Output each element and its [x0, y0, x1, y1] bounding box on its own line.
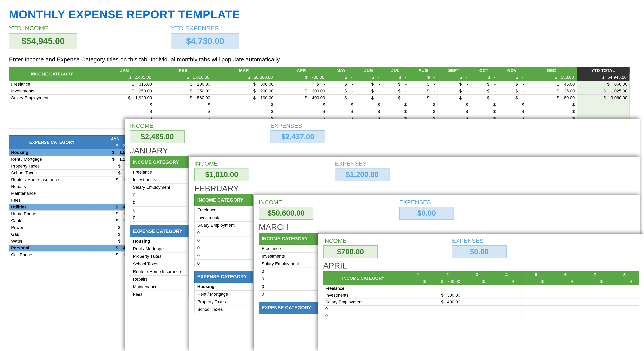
feb-income-value: $1,010.00 — [194, 168, 249, 181]
table-row[interactable]: Salary Employment$ 400.00 — [323, 299, 639, 306]
table-row[interactable]: Personal$ 425.0 — [9, 245, 136, 252]
table-row[interactable]: Gas$ 80.0 — [9, 231, 136, 238]
list-item[interactable]: Repairs — [130, 276, 188, 283]
table-row[interactable]: Freelance — [323, 285, 639, 292]
table-row[interactable]: Cell Phone$ 150.0 — [9, 252, 136, 258]
ytd-expense-value: $4,730.00 — [171, 33, 239, 49]
list-item[interactable]: 0 — [259, 275, 319, 283]
feb-expense-value: $1,200.00 — [335, 168, 390, 181]
table-row[interactable]: 0 — [323, 312, 639, 319]
table-row[interactable]: Property Taxes$ 90.0 — [9, 163, 136, 170]
mar-income-category-header: INCOME CATEGORY — [259, 233, 319, 245]
list-item[interactable]: Investments — [259, 253, 319, 260]
apr-income-label: INCOME — [323, 238, 378, 244]
list-item[interactable]: Salary Employment — [130, 184, 188, 191]
table-row[interactable]: Investments$ 250.00$ 250.00$ 200.00$ 300… — [9, 88, 630, 95]
jan-income-label: INCOME — [130, 122, 184, 129]
table-row[interactable]: Rent / Mortgage$ 1,200.0 — [9, 156, 136, 163]
list-item[interactable]: 0 — [130, 207, 188, 214]
list-item[interactable]: Maintenance — [130, 283, 188, 291]
table-row[interactable]: Housing$ 1,500.0 — [9, 149, 136, 156]
list-item[interactable]: 0 — [194, 237, 253, 244]
list-item[interactable]: Salary Employment — [194, 222, 253, 229]
ytd-total-header: YTD TOTAL — [577, 67, 630, 74]
expense-table[interactable]: EXPENSE CATEGORY JAN $ 2,437 Housing$ 1,… — [9, 135, 136, 258]
table-row[interactable]: Freelance$ 315.00$ 200.00$ 300.00$ -$ -$… — [9, 81, 630, 88]
list-item[interactable]: 0 — [130, 191, 188, 199]
list-item[interactable]: School Taxes — [130, 260, 188, 268]
list-item[interactable]: 0 — [130, 199, 188, 207]
ytd-kpis: YTD INCOME $54,945.00 YTD EXPENSES $4,73… — [9, 25, 632, 49]
jan-expense-value: $2,437.00 — [270, 130, 325, 143]
feb-expense-label: EXPENSES — [335, 160, 390, 167]
apr-income-category-header: INCOME CATEGORY — [323, 272, 404, 285]
mar-expense-value: $0.00 — [399, 207, 454, 220]
list-item[interactable]: Salary Employment — [259, 260, 319, 268]
list-item[interactable]: Housing — [194, 283, 253, 291]
list-item[interactable]: Renter / Home Insurance — [130, 268, 188, 276]
list-item[interactable]: Investments — [194, 214, 253, 222]
table-row[interactable]: 0 — [323, 306, 639, 312]
table-row[interactable]: Cable$ 145.0 — [9, 217, 136, 224]
list-item[interactable]: 0 — [194, 244, 253, 252]
list-item[interactable]: Fees — [130, 291, 188, 298]
jan-expense-category-header: EXPENSE CATEGORY — [130, 225, 188, 237]
table-row[interactable]: Power$ 65.0 — [9, 224, 136, 231]
list-item[interactable]: 0 — [194, 260, 253, 267]
apr-expense-value: $0.00 — [452, 245, 506, 258]
table-row[interactable]: Renter / Home Insurance$ 120.0 — [9, 176, 136, 183]
feb-expense-category-header: EXPENSE CATEGORY — [194, 271, 253, 283]
table-row[interactable]: $$$$$$$$$$$$ — [9, 101, 630, 108]
table-row[interactable]: Home Phone$ 120.0 — [9, 211, 136, 217]
list-item[interactable]: Freelance — [259, 245, 319, 253]
list-item[interactable]: 0 — [259, 268, 319, 275]
ytd-income-label: YTD INCOME — [9, 25, 77, 32]
jan-income-value: $2,485.00 — [130, 130, 184, 143]
list-item[interactable]: Housing — [130, 237, 188, 245]
list-item[interactable]: Freelance — [194, 206, 253, 214]
list-item[interactable]: 0 — [194, 252, 253, 260]
expense-category-header: EXPENSE CATEGORY — [9, 135, 95, 149]
table-row[interactable]: Water$ 45.0 — [9, 238, 136, 245]
list-item[interactable]: 0 — [259, 291, 319, 298]
page-title: MONTHLY EXPENSE REPORT TEMPLATE — [9, 8, 632, 21]
table-row[interactable]: Fees$ — [9, 197, 136, 204]
apr-month-name: APRIL — [323, 261, 639, 271]
table-row[interactable]: Maintenance$ — [9, 190, 136, 197]
instruction-text: Enter Income and Expense Category titles… — [9, 56, 632, 63]
table-row[interactable]: Utilities$ 487.0 — [9, 204, 136, 211]
list-item[interactable]: Freelance — [130, 168, 188, 176]
apr-expense-label: EXPENSES — [452, 238, 506, 244]
list-item[interactable]: Rent / Mortgage — [194, 291, 253, 298]
mar-income-value: $50,600.00 — [259, 207, 314, 220]
list-item[interactable]: 0 — [194, 229, 253, 237]
feb-income-category-header: INCOME CATEGORY — [194, 194, 253, 206]
feb-income-label: INCOME — [194, 160, 249, 167]
list-item[interactable]: Investments — [130, 176, 188, 184]
mar-income-label: INCOME — [259, 199, 314, 206]
list-item[interactable]: 0 — [130, 214, 188, 222]
apr-income-value: $700.00 — [323, 245, 378, 258]
table-row[interactable]: Salary Employment$ 1,920.00$ 560.00$ 100… — [9, 95, 630, 101]
mar-expense-label: EXPENSES — [399, 199, 454, 206]
list-item[interactable]: Rent / Mortgage — [130, 245, 188, 253]
table-row[interactable]: School Taxes$ 90.0 — [9, 170, 136, 176]
list-item[interactable]: Property Taxes — [194, 298, 253, 306]
list-item[interactable]: Property Taxes — [130, 253, 188, 260]
jan-expense-label: EXPENSES — [270, 122, 325, 129]
ytd-expense-label: YTD EXPENSES — [171, 25, 239, 32]
list-item[interactable]: 0 — [259, 283, 319, 291]
april-daily-table[interactable]: INCOME CATEGORY 12345678 $ -$ 700.00$ -$… — [323, 271, 639, 319]
jan-income-category-header: INCOME CATEGORY — [130, 156, 188, 168]
jan-month-name: JANUARY — [130, 146, 635, 155]
mar-month-name: MARCH — [259, 223, 635, 232]
income-category-header: INCOME CATEGORY — [9, 67, 95, 81]
table-row[interactable]: Repairs$ — [9, 183, 136, 190]
ytd-income-value: $54,945.00 — [9, 33, 77, 49]
mar-expense-category-header: EXPENSE CATEGORY — [259, 302, 319, 314]
feb-month-name: FEBRUARY — [194, 184, 635, 193]
panel-april: INCOME $700.00 EXPENSES $0.00 APRIL INCO… — [318, 234, 644, 351]
table-row[interactable]: $$$$$$$$$$$$ — [9, 108, 630, 115]
table-row[interactable]: Investments$ 300.00 — [323, 292, 639, 299]
list-item[interactable]: School Taxes — [194, 306, 253, 313]
